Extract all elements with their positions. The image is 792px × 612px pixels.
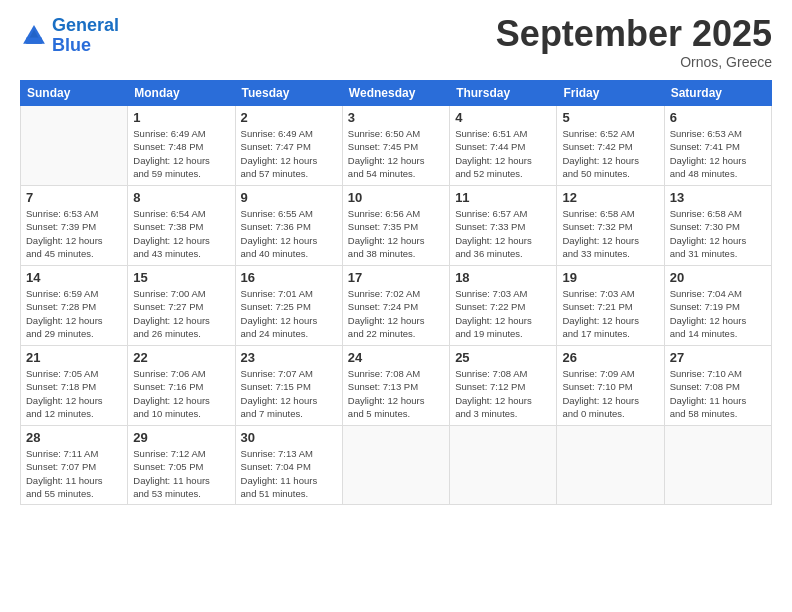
day-number: 16 (241, 270, 337, 285)
day-info: Sunrise: 6:56 AM Sunset: 7:35 PM Dayligh… (348, 207, 444, 260)
day-info: Sunrise: 6:49 AM Sunset: 7:48 PM Dayligh… (133, 127, 229, 180)
day-info: Sunrise: 6:49 AM Sunset: 7:47 PM Dayligh… (241, 127, 337, 180)
logo: General Blue (20, 16, 119, 56)
day-number: 6 (670, 110, 766, 125)
day-number: 22 (133, 350, 229, 365)
calendar-cell: 17Sunrise: 7:02 AM Sunset: 7:24 PM Dayli… (342, 266, 449, 346)
day-number: 18 (455, 270, 551, 285)
calendar-cell (450, 426, 557, 505)
day-info: Sunrise: 7:13 AM Sunset: 7:04 PM Dayligh… (241, 447, 337, 500)
month-title: September 2025 (496, 16, 772, 52)
calendar-cell: 22Sunrise: 7:06 AM Sunset: 7:16 PM Dayli… (128, 346, 235, 426)
day-info: Sunrise: 6:57 AM Sunset: 7:33 PM Dayligh… (455, 207, 551, 260)
calendar-cell: 27Sunrise: 7:10 AM Sunset: 7:08 PM Dayli… (664, 346, 771, 426)
day-info: Sunrise: 7:00 AM Sunset: 7:27 PM Dayligh… (133, 287, 229, 340)
day-number: 12 (562, 190, 658, 205)
col-wednesday: Wednesday (342, 81, 449, 106)
calendar-cell: 4Sunrise: 6:51 AM Sunset: 7:44 PM Daylig… (450, 106, 557, 186)
day-info: Sunrise: 7:09 AM Sunset: 7:10 PM Dayligh… (562, 367, 658, 420)
day-number: 13 (670, 190, 766, 205)
logo-text: General Blue (52, 16, 119, 56)
day-number: 8 (133, 190, 229, 205)
day-info: Sunrise: 6:58 AM Sunset: 7:30 PM Dayligh… (670, 207, 766, 260)
day-number: 20 (670, 270, 766, 285)
calendar-cell: 8Sunrise: 6:54 AM Sunset: 7:38 PM Daylig… (128, 186, 235, 266)
day-number: 9 (241, 190, 337, 205)
col-friday: Friday (557, 81, 664, 106)
calendar-cell (342, 426, 449, 505)
calendar-cell: 14Sunrise: 6:59 AM Sunset: 7:28 PM Dayli… (21, 266, 128, 346)
day-number: 28 (26, 430, 122, 445)
calendar-cell: 25Sunrise: 7:08 AM Sunset: 7:12 PM Dayli… (450, 346, 557, 426)
day-number: 14 (26, 270, 122, 285)
day-number: 23 (241, 350, 337, 365)
day-number: 2 (241, 110, 337, 125)
header: General Blue September 2025 Ornos, Greec… (20, 16, 772, 70)
logo-line2: Blue (52, 36, 119, 56)
day-info: Sunrise: 7:06 AM Sunset: 7:16 PM Dayligh… (133, 367, 229, 420)
day-info: Sunrise: 7:10 AM Sunset: 7:08 PM Dayligh… (670, 367, 766, 420)
calendar-cell (557, 426, 664, 505)
calendar-cell: 18Sunrise: 7:03 AM Sunset: 7:22 PM Dayli… (450, 266, 557, 346)
calendar-cell: 10Sunrise: 6:56 AM Sunset: 7:35 PM Dayli… (342, 186, 449, 266)
day-number: 27 (670, 350, 766, 365)
day-info: Sunrise: 6:54 AM Sunset: 7:38 PM Dayligh… (133, 207, 229, 260)
calendar-cell (21, 106, 128, 186)
day-info: Sunrise: 7:03 AM Sunset: 7:22 PM Dayligh… (455, 287, 551, 340)
location: Ornos, Greece (496, 54, 772, 70)
day-number: 25 (455, 350, 551, 365)
week-row-4: 21Sunrise: 7:05 AM Sunset: 7:18 PM Dayli… (21, 346, 772, 426)
day-info: Sunrise: 7:08 AM Sunset: 7:13 PM Dayligh… (348, 367, 444, 420)
calendar-cell: 11Sunrise: 6:57 AM Sunset: 7:33 PM Dayli… (450, 186, 557, 266)
calendar-cell: 3Sunrise: 6:50 AM Sunset: 7:45 PM Daylig… (342, 106, 449, 186)
day-info: Sunrise: 7:04 AM Sunset: 7:19 PM Dayligh… (670, 287, 766, 340)
day-number: 15 (133, 270, 229, 285)
col-thursday: Thursday (450, 81, 557, 106)
col-sunday: Sunday (21, 81, 128, 106)
day-info: Sunrise: 6:58 AM Sunset: 7:32 PM Dayligh… (562, 207, 658, 260)
day-number: 7 (26, 190, 122, 205)
calendar-cell: 19Sunrise: 7:03 AM Sunset: 7:21 PM Dayli… (557, 266, 664, 346)
calendar-cell: 6Sunrise: 6:53 AM Sunset: 7:41 PM Daylig… (664, 106, 771, 186)
day-number: 26 (562, 350, 658, 365)
day-number: 19 (562, 270, 658, 285)
calendar-cell: 30Sunrise: 7:13 AM Sunset: 7:04 PM Dayli… (235, 426, 342, 505)
calendar-table: Sunday Monday Tuesday Wednesday Thursday… (20, 80, 772, 505)
col-saturday: Saturday (664, 81, 771, 106)
calendar-cell (664, 426, 771, 505)
col-monday: Monday (128, 81, 235, 106)
week-row-1: 1Sunrise: 6:49 AM Sunset: 7:48 PM Daylig… (21, 106, 772, 186)
day-info: Sunrise: 6:53 AM Sunset: 7:41 PM Dayligh… (670, 127, 766, 180)
day-info: Sunrise: 7:05 AM Sunset: 7:18 PM Dayligh… (26, 367, 122, 420)
calendar-cell: 28Sunrise: 7:11 AM Sunset: 7:07 PM Dayli… (21, 426, 128, 505)
day-number: 29 (133, 430, 229, 445)
calendar-cell: 15Sunrise: 7:00 AM Sunset: 7:27 PM Dayli… (128, 266, 235, 346)
day-info: Sunrise: 7:12 AM Sunset: 7:05 PM Dayligh… (133, 447, 229, 500)
day-info: Sunrise: 7:08 AM Sunset: 7:12 PM Dayligh… (455, 367, 551, 420)
week-row-5: 28Sunrise: 7:11 AM Sunset: 7:07 PM Dayli… (21, 426, 772, 505)
calendar-cell: 21Sunrise: 7:05 AM Sunset: 7:18 PM Dayli… (21, 346, 128, 426)
logo-icon (20, 22, 48, 50)
calendar-cell: 26Sunrise: 7:09 AM Sunset: 7:10 PM Dayli… (557, 346, 664, 426)
calendar-body: 1Sunrise: 6:49 AM Sunset: 7:48 PM Daylig… (21, 106, 772, 505)
page: General Blue September 2025 Ornos, Greec… (0, 0, 792, 612)
day-info: Sunrise: 7:02 AM Sunset: 7:24 PM Dayligh… (348, 287, 444, 340)
day-number: 1 (133, 110, 229, 125)
day-info: Sunrise: 7:07 AM Sunset: 7:15 PM Dayligh… (241, 367, 337, 420)
day-info: Sunrise: 6:53 AM Sunset: 7:39 PM Dayligh… (26, 207, 122, 260)
calendar-cell: 23Sunrise: 7:07 AM Sunset: 7:15 PM Dayli… (235, 346, 342, 426)
day-number: 11 (455, 190, 551, 205)
logo-line1: General (52, 15, 119, 35)
day-number: 24 (348, 350, 444, 365)
col-tuesday: Tuesday (235, 81, 342, 106)
day-info: Sunrise: 6:52 AM Sunset: 7:42 PM Dayligh… (562, 127, 658, 180)
day-number: 5 (562, 110, 658, 125)
calendar-cell: 16Sunrise: 7:01 AM Sunset: 7:25 PM Dayli… (235, 266, 342, 346)
day-info: Sunrise: 6:59 AM Sunset: 7:28 PM Dayligh… (26, 287, 122, 340)
day-number: 30 (241, 430, 337, 445)
calendar-cell: 12Sunrise: 6:58 AM Sunset: 7:32 PM Dayli… (557, 186, 664, 266)
day-number: 10 (348, 190, 444, 205)
day-number: 3 (348, 110, 444, 125)
week-row-3: 14Sunrise: 6:59 AM Sunset: 7:28 PM Dayli… (21, 266, 772, 346)
day-info: Sunrise: 6:51 AM Sunset: 7:44 PM Dayligh… (455, 127, 551, 180)
